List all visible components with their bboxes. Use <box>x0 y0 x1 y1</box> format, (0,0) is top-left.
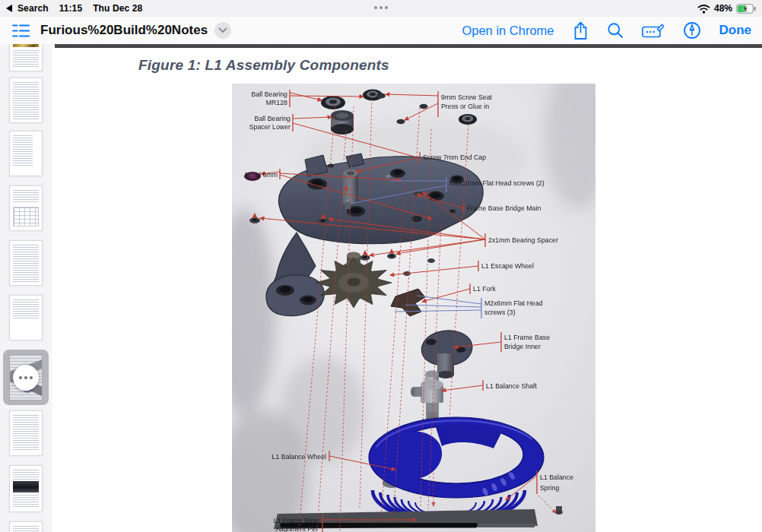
thumb-text <box>13 526 39 532</box>
assembly-diagram: Ball Bearing MR128 Ball Bearing Spacer L… <box>232 84 595 532</box>
search-button[interactable] <box>607 22 624 39</box>
pdf-page-view[interactable]: Figure 1: L1 Assembly Components <box>52 44 762 532</box>
done-button[interactable]: Done <box>719 23 752 38</box>
label-screw-seat-1: 9mm Screw Seat <box>441 93 493 101</box>
page-thumbnail-sidebar <box>0 44 52 532</box>
label-spacer-lower-1: Ball Bearing <box>255 115 291 122</box>
thumb-text <box>13 415 39 450</box>
thumb-text <box>13 135 33 166</box>
label-bearing-spacer: 2x1mm Bearing Spacer <box>488 236 558 244</box>
wifi-icon <box>697 4 710 14</box>
page-thumbnail-2[interactable] <box>9 78 43 123</box>
thumb-text <box>13 82 39 119</box>
document-title: Furious%20Build%20Notes <box>40 23 208 38</box>
label-m2x6-1: M2x6mm Flat Head <box>484 299 543 307</box>
label-bridge-inner-2: Bridge Inner <box>504 343 541 350</box>
page-thumbnail-6[interactable] <box>9 295 43 340</box>
thumb-gold-image <box>13 44 39 47</box>
chevron-down-icon <box>218 27 227 33</box>
thumb-text <box>13 495 39 508</box>
label-balance-spring-2: Spring <box>540 484 560 492</box>
thumb-text <box>13 299 39 319</box>
page-thumbnail-3[interactable] <box>9 131 43 176</box>
label-fork: L1 Fork <box>473 285 496 293</box>
page-thumbnail-9[interactable] <box>9 465 43 512</box>
list-icon <box>12 24 30 38</box>
label-ball-bearing-2: MR128 <box>266 99 287 106</box>
thumb-text <box>13 470 39 480</box>
previous-page-edge <box>55 44 762 48</box>
page-thumbnail-4[interactable] <box>9 185 43 231</box>
page-thumbnail-8[interactable] <box>9 410 43 456</box>
toolbar: Furious%20Build%20Notes Open in Chrome <box>0 17 762 44</box>
back-to-app[interactable]: Search 11:15 Thu Dec 28 <box>0 3 142 14</box>
scrub-bar-track <box>478 524 535 527</box>
search-icon <box>607 22 624 39</box>
label-m2x10: M2x10mm Flat Head screws (2) <box>449 179 545 187</box>
label-screw-seat-2: Press or Glue in <box>441 103 489 110</box>
page-thumbnail-10[interactable] <box>9 521 43 532</box>
figure-caption: Figure 1: L1 Assembly Components <box>138 57 389 74</box>
open-in-chrome-button[interactable]: Open in Chrome <box>462 24 554 38</box>
pen-circle-icon <box>683 21 701 40</box>
label-balance-spring-1: L1 Balance <box>540 473 573 481</box>
thumb-text <box>13 190 39 204</box>
ellipsis-icon <box>24 376 27 379</box>
part-screw-seat-2 <box>397 119 405 124</box>
label-ball-bearing-1: Ball Bearing <box>252 90 288 98</box>
label-spacer-lower-2: Spacer Lower <box>249 123 291 131</box>
share-icon <box>573 21 589 40</box>
document-title-menu[interactable]: Furious%20Build%20Notes <box>40 22 231 39</box>
label-bridge-inner-1: L1 Frame Base <box>504 334 550 341</box>
markup-icon <box>642 22 665 40</box>
annotate-button[interactable] <box>683 21 701 40</box>
page-thumbnail-5[interactable] <box>9 240 43 286</box>
label-escape-wheel: L1 Escape Wheel <box>481 262 534 270</box>
title-menu-button[interactable] <box>214 22 231 39</box>
grabber-dots-icon <box>379 6 383 9</box>
back-triangle-icon <box>6 5 13 12</box>
share-button[interactable] <box>573 21 589 40</box>
battery-percent: 48% <box>714 3 732 14</box>
label-balance-shaft: L1 Balance Shaft <box>486 382 538 390</box>
multitask-grabber[interactable] <box>379 6 383 9</box>
page-options-button[interactable] <box>13 365 39 391</box>
label-bridge-main: Frame Base Bridge Main <box>467 204 541 212</box>
label-alignment-pin-2: Alignment Pin <box>276 525 317 532</box>
thumb-table <box>13 207 39 226</box>
back-to-app-label: Search <box>17 3 49 14</box>
status-date: Thu Dec 28 <box>93 3 142 14</box>
label-balance-wheel: L1 Balance Wheel <box>272 453 326 461</box>
part-screw-seat <box>376 93 386 99</box>
markup-toolbar-button[interactable] <box>642 22 665 40</box>
status-bar: Search 11:15 Thu Dec 28 48% <box>0 0 762 17</box>
label-jewel: Jewel 6mm <box>244 171 278 179</box>
thumb-dark-image <box>13 481 39 492</box>
label-alignment-pin-1: L1 Frame Base <box>274 517 319 524</box>
thumbnails-panel-button[interactable] <box>12 24 30 38</box>
thumb-text <box>13 50 39 67</box>
thumb-text <box>13 245 39 282</box>
status-time: 11:15 <box>59 3 83 14</box>
battery-charging-icon <box>736 4 756 14</box>
page-thumbnail-7-selected[interactable] <box>3 350 49 405</box>
label-end-cap: Screw 7mm End Cap <box>423 154 486 161</box>
page-thumbnail-1[interactable] <box>9 44 43 71</box>
label-m2x6-2: screws (3) <box>484 309 516 316</box>
